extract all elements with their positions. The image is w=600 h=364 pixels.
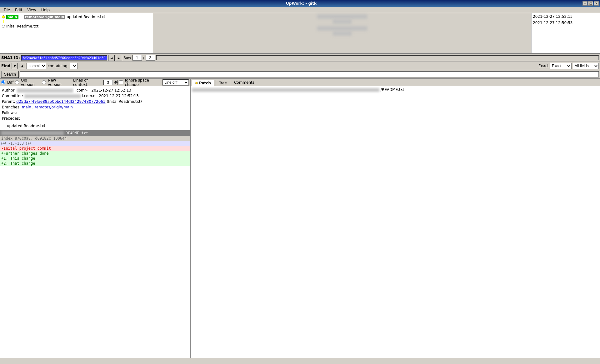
commit-graph-area: main — remotes/origin/main updated Readm… [0,13,153,53]
branches-label: Branches: [2,105,22,109]
branch-remote-link[interactable]: remotes/origin/main [35,105,73,109]
diff-radio[interactable] [1,80,5,84]
all-fields-select[interactable]: All fields Headline Comments [573,63,599,69]
parent-line: Parent: d25da7f49fae88a50bbc144df2429748… [2,99,188,104]
commit-info-area: Author: l.com> 2021-12-27 12:52:13 Commi… [0,86,190,130]
sha-progress-bar [156,55,599,60]
diff-filename: README.txt [66,131,88,135]
sha-next-button[interactable]: ► [116,55,122,61]
search-bar: Search [0,70,600,79]
menu-view[interactable]: View [25,7,38,13]
old-version-radio[interactable] [15,80,19,84]
parent-label: Parent: [2,99,16,104]
author-line: Author: l.com> 2021-12-27 12:52:13 [2,87,188,93]
diff-file-header: README.txt [0,130,190,136]
new-version-radio[interactable] [42,80,46,84]
exact-select[interactable]: Exact IgnCase Regexp [550,63,572,69]
tab-tree[interactable]: Tree [216,80,230,86]
sha-row: SHA1 ID: 8f2aa9af1a34ba8d57f60edcb6a29df… [0,54,600,62]
commit-message-display: updated Readme.txt [2,123,188,129]
diff-file-path-blurred [1,131,64,135]
commit-dates-area: 2021-12-27 12:52:13 2021-12-27 12:50:53 [531,13,600,53]
sha-prev-button[interactable]: ◄ [108,55,115,61]
minimize-button[interactable]: ─ [582,1,588,6]
diff-type-select[interactable]: Line diff Markup diff [162,79,189,86]
diff-added-text-1: +Further changes done [1,151,49,156]
commit-author-area [153,13,531,53]
menu-file[interactable]: File [1,7,12,13]
diff-content[interactable]: README.txt index 870c0a8..d09182c 100644… [0,130,190,358]
patch-content: /README.txt [191,86,600,358]
diff-tab-label: Diff [7,80,14,85]
maximize-button[interactable]: □ [588,1,593,6]
sha-value[interactable]: 8f2aa9af1a34ba8d57f60edcb6a29dfa23401e39 [21,55,107,61]
branch-main-link[interactable]: main [22,105,31,109]
patch-tab-label: Patch [199,81,211,85]
email-blurred-2 [333,31,352,36]
find-label: Find [1,64,10,68]
author-blurred-1 [317,14,367,19]
author-email-suffix: l.com> [74,88,88,92]
committer-label: Committer: [2,94,24,98]
find-row: Find ▼ ▲ commit tag author containing: E… [0,62,600,70]
new-version-label: New version [48,79,69,87]
diff-hunk-text: @@ -1,+1,3 @@ [1,141,31,146]
committer-email-suffix: l.com> [82,94,95,98]
menu-edit[interactable]: Edit [12,7,25,13]
row-total-input[interactable] [146,55,155,61]
table-row[interactable]: Inital Readme.txt [1,23,152,29]
diff-panel: Diff Old version New version Lines of co… [0,79,191,358]
patch-dot-icon [195,82,198,84]
author-name-blurred [17,89,73,92]
context-input[interactable] [103,80,113,85]
patch-tabs: Patch Tree Comments [191,79,600,86]
branch-tag-remote: remotes/origin/main [24,15,66,19]
parent-hash-link[interactable]: d25da7f49fae88a50bbc144df24297480772063 [16,99,105,104]
follows-line: Follows: [2,110,188,116]
commit-date-1: 2021-12-27 12:52:13 [533,14,599,21]
window-controls[interactable]: ─ □ ✕ [582,1,599,6]
find-type-select[interactable]: commit tag author [27,63,46,69]
patch-file-blurred [192,88,379,92]
author-blurred-2 [317,26,367,31]
diff-index-line: index 870c0a8..d09182c 100644 [0,136,190,141]
find-field-select[interactable] [70,63,78,69]
bottom-split: Diff Old version New version Lines of co… [0,79,600,358]
precedes-line: Precedes: [2,116,188,121]
find-up-button[interactable]: ▲ [19,63,25,69]
author-label: Author: [2,88,17,92]
main-container: main — remotes/origin/main updated Readm… [0,13,600,364]
title-bar: UpWork: - gitk ─ □ ✕ [0,0,600,7]
diff-removed-text: -Inital project commit [1,146,51,151]
diff-line-removed: -Inital project commit [0,146,190,151]
menu-help[interactable]: Help [39,7,52,13]
search-input[interactable] [20,71,599,77]
find-down-button[interactable]: ▼ [12,63,18,69]
context-down-button[interactable]: ▼ [114,82,118,85]
close-button[interactable]: ✕ [594,1,599,6]
search-button[interactable]: Search [1,71,19,78]
diff-index-text: index 870c0a8..d09182c 100644 [1,136,67,141]
comments-label: Comments [234,80,254,85]
exact-label: Exact [538,64,549,68]
window-title: UpWork: - gitk [20,0,582,7]
diff-line-added-3: +2. That change [0,161,190,166]
ignore-space-checkbox[interactable] [119,80,123,84]
table-row[interactable]: main — remotes/origin/main updated Readm… [1,14,152,20]
patch-panel: Patch Tree Comments /README.txt [191,79,600,358]
commit-dot-1 [2,15,5,18]
follows-label: Follows: [2,111,17,115]
branches-line: Branches: main , remotes/origin/main [2,104,188,110]
commit-date-2: 2021-12-27 12:50:53 [533,21,599,27]
commit-dot-2 [2,25,5,28]
diff-options-row: Diff Old version New version Lines of co… [0,79,190,86]
commit-message-2: Inital Readme.txt [6,24,38,28]
ignore-space-label: Ignore space change [125,79,161,87]
comments-section: Comments [234,80,254,85]
author-date: 2021-12-27 12:52:13 [92,88,131,92]
tab-patch[interactable]: Patch [192,80,214,86]
row-label: Row [123,56,131,60]
containing-label: containing: [48,64,68,68]
lines-of-context-label: Lines of context: [73,79,102,87]
row-current-input[interactable] [132,55,142,61]
